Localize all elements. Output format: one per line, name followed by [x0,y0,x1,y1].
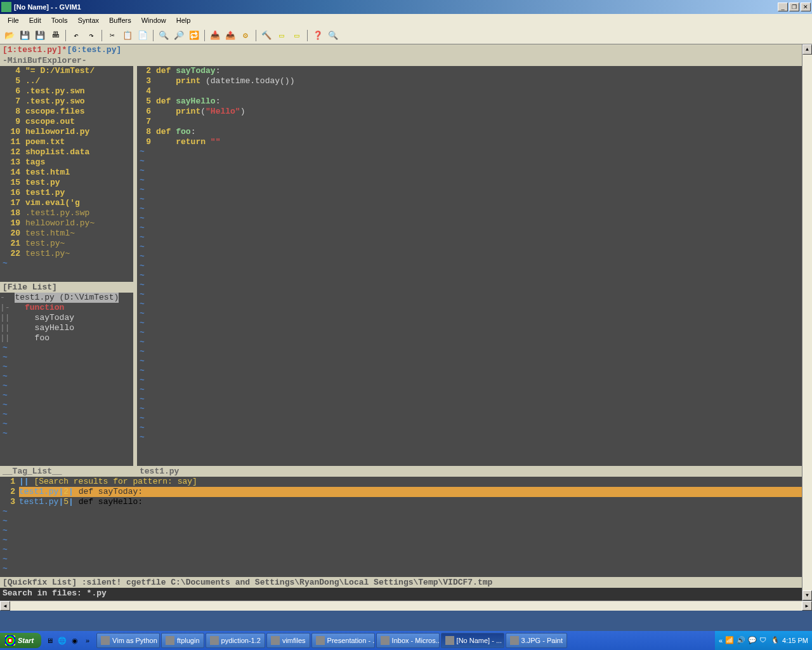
menu-help[interactable]: Help [171,15,196,25]
scroll-left-icon[interactable]: ◀ [0,601,10,611]
file-list-item[interactable]: 10helloworld.py [0,127,133,137]
tray-icon[interactable]: 🐧 [771,636,780,645]
taskbar-button[interactable]: [No Name] - ... [441,633,504,648]
session-load-icon[interactable]: 📥 [208,29,222,43]
maximize-button[interactable]: ❐ [789,3,799,11]
ie-icon[interactable]: 🌐 [56,635,68,646]
horizontal-scrollbar[interactable]: ◀ ▶ [0,600,812,611]
taglist-item[interactable]: sayHello [35,323,74,333]
scroll-track-h[interactable] [10,601,802,611]
taskbar-button[interactable]: ftplugin [161,633,204,648]
file-list-item[interactable]: 11poem.txt [0,137,133,147]
scroll-up-icon[interactable]: ▲ [802,44,812,55]
menu-window[interactable]: Window [136,15,171,25]
tray-expand-icon[interactable]: « [719,637,723,644]
command-line[interactable]: Search in files: *.py [0,588,802,600]
file-list-item[interactable]: 9cscope.out [0,117,133,127]
menu-edit[interactable]: Edit [24,15,46,25]
file-list-item[interactable]: 15test.py [0,178,133,188]
file-list-item[interactable]: 20test.html~ [0,229,133,239]
taskbar-button[interactable]: vimfiles [266,633,310,648]
taskbar-button[interactable]: pydiction-1.2 [206,633,265,648]
tray-icon[interactable]: 🛡 [759,636,768,645]
quickfix-item[interactable]: 1|| [Search results for pattern: say] [0,477,802,487]
scroll-track[interactable] [802,55,812,590]
buffer-tab[interactable]: [6:test.py] [67,45,121,55]
file-list-item[interactable]: 4"= D:/VimTest/ [0,66,133,76]
make-icon[interactable]: 🔨 [259,29,273,43]
file-list-pane[interactable]: 4"= D:/VimTest/5../6.test.py.swn7.test.p… [0,66,133,282]
help-icon[interactable]: ❓ [311,29,325,43]
taskbar-button[interactable]: 3.JPG - Paint [506,633,567,648]
file-list-item[interactable]: 21test.py~ [0,239,133,249]
file-list-item[interactable]: 7.test.py.swo [0,96,133,107]
file-list-item[interactable]: 18.test1.py.swp [0,208,133,218]
tray-icon[interactable]: 🔊 [737,636,745,645]
file-list-item[interactable]: 16test1.py [0,188,133,198]
findnext-icon[interactable]: 🔎 [172,29,186,43]
taglist-item[interactable]: sayToday [35,313,74,323]
tray-icon[interactable]: 💬 [748,636,757,645]
minimize-button[interactable]: _ [778,3,788,11]
paste-icon[interactable]: 📄 [136,29,150,43]
quickfix-pane[interactable]: 1|| [Search results for pattern: say]2te… [0,477,802,577]
taglist-pane[interactable]: - test1.py (D:\VimTest)|- function|| say… [0,293,133,466]
clock[interactable]: 4:15 PM [782,637,808,644]
undo-icon[interactable]: ↶ [69,29,83,43]
find-icon[interactable]: 🔍 [157,29,171,43]
start-button[interactable]: Start [0,633,41,648]
quickfix-item[interactable]: 3test1.py|5| def sayHello: [0,497,802,507]
findhelp-icon[interactable]: 🔍 [326,29,340,43]
vertical-scrollbar[interactable]: ▲ ▼ [802,44,812,600]
taskbar-button[interactable]: Inbox - Micros... [376,633,440,648]
saveall-icon[interactable]: 💾 [33,29,47,43]
file-list-item[interactable]: 6.test.py.swn [0,86,133,96]
menu-file[interactable]: File [3,15,24,25]
file-list-item[interactable]: 14test.html [0,168,133,178]
scroll-down-icon[interactable]: ▼ [802,590,812,600]
taskbar-button[interactable]: Presentation - ... [311,633,375,648]
code-line[interactable]: 4 [137,86,802,96]
code-line[interactable]: 2def sayToday: [137,66,802,76]
code-line[interactable]: 5def sayHello: [137,96,802,107]
close-button[interactable]: ✕ [801,3,811,11]
tags-icon[interactable]: ▭ [290,29,304,43]
redo-icon[interactable]: ↷ [84,29,98,43]
menu-buffers[interactable]: Buffers [104,15,136,25]
taglist-file[interactable]: test1.py (D:\VimTest) [15,293,119,303]
file-list-item[interactable]: 5../ [0,76,133,86]
session-save-icon[interactable]: 📤 [223,29,237,43]
quickfix-item[interactable]: 2test1.py|2| def sayToday: [0,487,802,497]
file-list-item[interactable]: 13tags [0,157,133,168]
code-line[interactable]: 8def foo: [137,127,802,137]
code-line[interactable]: 9 return "" [137,137,802,147]
shell-icon[interactable]: ▭ [275,29,289,43]
code-line[interactable]: 3 print (datetime.today()) [137,76,802,86]
menu-syntax[interactable]: Syntax [72,15,104,25]
chrome-icon[interactable]: ◉ [69,635,81,646]
save-icon[interactable]: 💾 [18,29,32,43]
code-line[interactable]: 6 print("Hello") [137,107,802,117]
file-list-item[interactable]: 17vim.eval('g [0,198,133,208]
file-list-item[interactable]: 19helloworld.py~ [0,218,133,229]
run-icon[interactable]: ⚙ [239,29,252,43]
open-icon[interactable]: 📂 [3,29,16,43]
code-line[interactable]: 7 [137,117,802,127]
chevron-icon[interactable]: » [82,635,93,646]
code-editor[interactable]: 2def sayToday:3 print (datetime.today())… [137,66,802,466]
taglist-item[interactable]: foo [35,333,49,343]
replace-icon[interactable]: 🔁 [187,29,201,43]
file-list-item[interactable]: 22test1.py~ [0,249,133,259]
buffer-tab[interactable]: [1:test1.py]* [3,45,67,55]
cut-icon[interactable]: ✂ [105,29,119,43]
file-list-item[interactable]: 12shoplist.data [0,147,133,157]
taskbar-button[interactable]: Vim as Python ... [96,633,160,648]
scroll-right-icon[interactable]: ▶ [802,601,812,611]
desktop-icon[interactable]: 🖥 [44,635,55,646]
tray-icon[interactable]: 📶 [725,636,734,645]
copy-icon[interactable]: 📋 [121,29,134,43]
print-icon[interactable]: 🖶 [48,29,62,43]
file-list-item[interactable]: 8cscope.files [0,107,133,117]
taglist-group[interactable]: function [25,303,64,313]
menu-tools[interactable]: Tools [46,15,73,25]
